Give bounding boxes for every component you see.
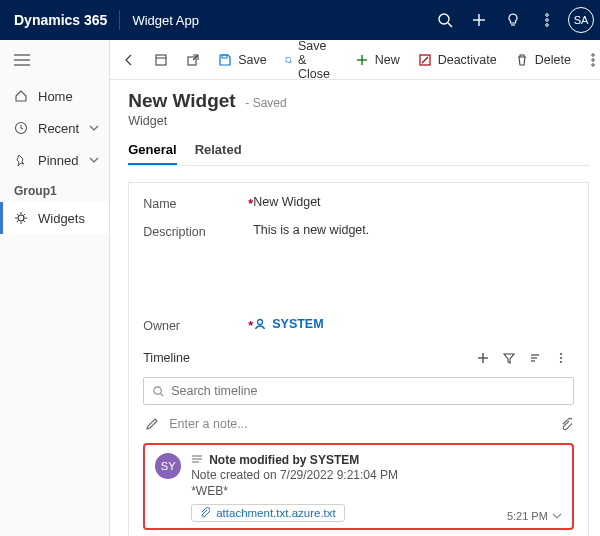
svg-point-21 xyxy=(592,53,594,55)
timeline-sort-icon[interactable] xyxy=(522,345,548,371)
user-avatar[interactable]: SA xyxy=(568,7,594,33)
deactivate-label: Deactivate xyxy=(438,53,497,67)
svg-line-20 xyxy=(422,57,428,63)
record-title: New Widget xyxy=(128,90,236,111)
timeline-add-icon[interactable] xyxy=(470,345,496,371)
svg-point-30 xyxy=(560,353,562,355)
tab-general[interactable]: General xyxy=(128,142,176,165)
note-input-placeholder[interactable]: Enter a note... xyxy=(169,417,550,431)
widget-icon xyxy=(14,211,28,225)
name-value[interactable]: New Widget xyxy=(253,195,320,209)
chevron-down-icon xyxy=(89,125,99,131)
svg-rect-16 xyxy=(222,55,227,58)
description-value[interactable]: This is a new widget. xyxy=(253,223,369,237)
command-more-icon[interactable] xyxy=(583,44,600,76)
note-icon xyxy=(191,454,203,466)
svg-point-5 xyxy=(546,14,549,17)
note-created-text: Note created on 7/29/2022 9:21:04 PM xyxy=(191,468,562,482)
sidebar: Home Recent Pinned Group1 Widgets xyxy=(0,40,110,536)
save-label: Save xyxy=(238,53,267,67)
back-button[interactable] xyxy=(114,44,144,76)
svg-point-12 xyxy=(18,215,24,221)
search-icon[interactable] xyxy=(428,0,462,40)
nav-pinned-label: Pinned xyxy=(38,153,79,168)
nav-recent-label: Recent xyxy=(38,121,79,136)
search-icon xyxy=(152,385,165,398)
svg-point-6 xyxy=(546,19,549,22)
timeline-filter-icon[interactable] xyxy=(496,345,522,371)
nav-widgets-label: Widgets xyxy=(38,211,99,226)
description-label: Description xyxy=(143,225,206,239)
paperclip-icon xyxy=(200,507,210,519)
svg-line-1 xyxy=(448,23,452,27)
note-tag: *WEB* xyxy=(191,484,562,498)
timeline-note-card[interactable]: SY Note modified by SYSTEM Note created … xyxy=(143,443,574,530)
delete-label: Delete xyxy=(535,53,571,67)
delete-button[interactable]: Delete xyxy=(507,44,579,76)
svg-point-33 xyxy=(154,386,161,393)
more-icon[interactable] xyxy=(530,0,564,40)
new-label: New xyxy=(375,53,400,67)
top-divider xyxy=(119,10,120,30)
deactivate-button[interactable]: Deactivate xyxy=(410,44,505,76)
nav-widgets[interactable]: Widgets xyxy=(0,202,109,234)
owner-label: Owner xyxy=(143,319,180,333)
nav-home[interactable]: Home xyxy=(0,80,109,112)
form-region: Name* New Widget Description This is a n… xyxy=(128,182,589,536)
chevron-down-icon[interactable] xyxy=(552,513,562,519)
hamburger-icon[interactable] xyxy=(0,40,109,80)
svg-point-32 xyxy=(560,361,562,363)
timeline-search-input[interactable] xyxy=(171,384,565,398)
pin-icon xyxy=(14,153,28,167)
home-icon xyxy=(14,89,28,103)
timeline-search[interactable] xyxy=(143,377,574,405)
entity-label: Widget xyxy=(128,114,589,128)
svg-point-0 xyxy=(439,14,449,24)
product-title: Dynamics 365 xyxy=(14,12,107,28)
svg-point-24 xyxy=(258,320,263,325)
save-button[interactable]: Save xyxy=(210,44,275,76)
owner-value[interactable]: SYSTEM xyxy=(253,317,323,331)
timeline-label: Timeline xyxy=(143,351,470,365)
saved-indicator: - Saved xyxy=(245,96,286,110)
open-new-window-button[interactable] xyxy=(178,44,208,76)
name-label: Name xyxy=(143,197,176,211)
note-time: 5:21 PM xyxy=(507,510,548,522)
note-avatar: SY xyxy=(155,453,181,479)
nav-pinned[interactable]: Pinned xyxy=(0,144,109,176)
tab-related[interactable]: Related xyxy=(195,142,242,165)
save-close-button[interactable]: Save & Close xyxy=(277,44,345,76)
command-bar: Save Save & Close New Deactivate Delete xyxy=(110,40,600,80)
attachment-icon[interactable] xyxy=(560,417,572,431)
clock-icon xyxy=(14,121,28,135)
attachment-name: attachment.txt.azure.txt xyxy=(216,507,336,519)
nav-group-label: Group1 xyxy=(0,176,109,202)
save-close-label: Save & Close xyxy=(298,39,337,81)
chevron-down-icon xyxy=(89,157,99,163)
svg-point-7 xyxy=(546,24,549,27)
timeline-more-icon[interactable] xyxy=(548,345,574,371)
person-icon xyxy=(253,317,267,331)
svg-line-34 xyxy=(161,393,164,396)
pencil-icon xyxy=(145,417,159,431)
add-icon[interactable] xyxy=(462,0,496,40)
note-attachment[interactable]: attachment.txt.azure.txt xyxy=(191,504,345,522)
app-name: Widget App xyxy=(132,13,199,28)
form-selector-button[interactable] xyxy=(146,44,176,76)
lightbulb-icon[interactable] xyxy=(496,0,530,40)
svg-rect-13 xyxy=(156,55,166,65)
nav-home-label: Home xyxy=(38,89,99,104)
note-title: Note modified by SYSTEM xyxy=(209,453,359,467)
owner-text: SYSTEM xyxy=(272,317,323,331)
nav-recent[interactable]: Recent xyxy=(0,112,109,144)
svg-point-23 xyxy=(592,63,594,65)
svg-point-22 xyxy=(592,58,594,60)
svg-point-31 xyxy=(560,357,562,359)
new-button[interactable]: New xyxy=(347,44,408,76)
